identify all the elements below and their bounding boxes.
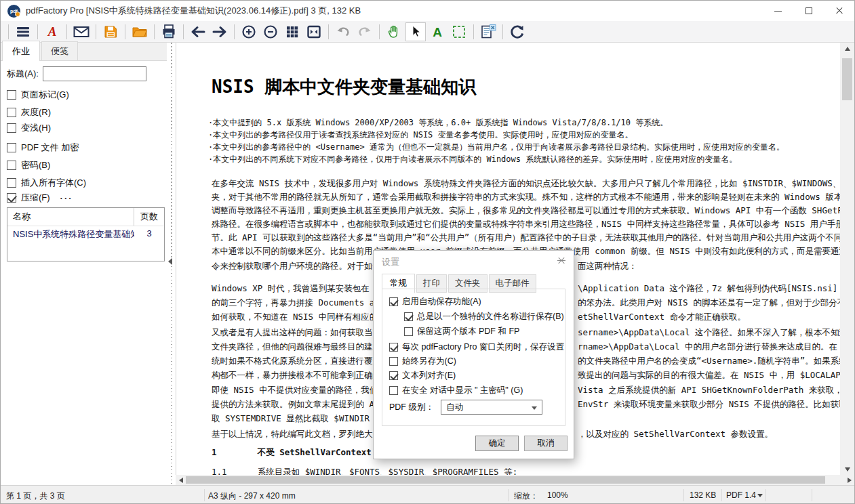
email-button[interactable] bbox=[71, 22, 92, 41]
checkbox-always-save-as[interactable]: 始终另存为(C) bbox=[389, 356, 456, 367]
checkbox-autosave[interactable]: 启用自动保存功能(A) bbox=[389, 296, 481, 308]
acrobat-button[interactable]: A bbox=[42, 22, 62, 41]
checkbox-page-marks[interactable]: 页面标记(G) bbox=[7, 89, 69, 101]
checkbox-password[interactable]: 密码(B) bbox=[7, 159, 50, 171]
hand-tool-button[interactable] bbox=[384, 22, 404, 41]
checkbox-grayscale[interactable]: 灰度(R) bbox=[7, 106, 51, 119]
scroll-down-button[interactable] bbox=[840, 463, 854, 475]
title-input[interactable] bbox=[43, 66, 146, 81]
toolbar-separator bbox=[8, 24, 9, 39]
checkbox-lighten[interactable]: 变浅(H) bbox=[7, 122, 51, 134]
doc-bullet: ·本文中列出的不同系统下对应不同参考路径，仅用于向读者展示不同版本的 Windo… bbox=[208, 154, 737, 165]
doc-bullet: ·本文中列出的参考路径仅用于读者查找系统路径对应的 NSIS 变量名参考使用。实… bbox=[208, 129, 633, 141]
zoom-in-button[interactable] bbox=[239, 22, 259, 41]
checkbox-label: 在安全 对话中显示 " 主密码" (G) bbox=[402, 385, 523, 396]
select-tool-button[interactable] bbox=[405, 22, 426, 41]
title-field-label: 标题(A): bbox=[7, 68, 39, 80]
pdf-version-dropdown-icon[interactable] bbox=[757, 494, 763, 497]
vertical-scrollbar[interactable] bbox=[840, 43, 854, 475]
window-title: pdfFactory Pro [NSIS中系统特殊路径变量基础知识(2023.0… bbox=[26, 5, 361, 17]
checkbox-keep-both-versions[interactable]: 保留这两个版本 PDF 和 FP bbox=[404, 326, 519, 337]
cursor-icon bbox=[407, 24, 424, 40]
sidebar: 作业 便笺 标题(A): 页面标记(G) 灰度(R) 变浅(H) PDF 文件 … bbox=[1, 43, 167, 485]
pdf-level-select[interactable]: 自动 bbox=[441, 400, 542, 415]
title-field-row: 标题(A): bbox=[7, 66, 146, 81]
checkbox-label: 文本列对齐(E) bbox=[402, 370, 456, 381]
vertical-scroll-thumb[interactable] bbox=[842, 58, 852, 100]
dialog-options-group: 启用自动保存功能(A) 总是以一个独特的文件名称进行保存(B) 保留这两个版本 … bbox=[382, 289, 565, 426]
forward-arrow-icon bbox=[211, 24, 228, 40]
job-list[interactable]: 名称 页数 NSIS中系统特殊路径变量基础知... 3 bbox=[7, 207, 165, 261]
minimize-button[interactable] bbox=[763, 1, 793, 21]
acrobat-icon: A bbox=[44, 24, 60, 40]
job-list-header: 名称 页数 bbox=[7, 208, 164, 226]
print-button[interactable] bbox=[159, 22, 179, 41]
redo-button[interactable] bbox=[355, 22, 375, 41]
checkbox-label: PDF 文件 加密 bbox=[21, 142, 79, 154]
checkbox-checked-icon bbox=[7, 193, 16, 203]
back-button[interactable] bbox=[188, 22, 208, 41]
zoom-label: 缩放： bbox=[514, 490, 538, 502]
zoom-value[interactable]: 100% bbox=[547, 490, 568, 500]
collapse-sidebar-icon[interactable] bbox=[168, 258, 172, 265]
tab-job[interactable]: 作业 bbox=[2, 41, 40, 61]
text-tool-icon: A bbox=[429, 24, 445, 40]
maximize-button[interactable] bbox=[793, 1, 824, 21]
dialog-close-button[interactable] bbox=[557, 257, 565, 265]
job-list-row[interactable]: NSIS中系统特殊路径变量基础知... 3 bbox=[7, 226, 164, 243]
ok-button[interactable]: 确定 bbox=[475, 436, 519, 451]
save-button[interactable] bbox=[100, 22, 121, 41]
menu-icon bbox=[15, 24, 31, 40]
checkbox-compress[interactable]: 压缩(F)··· bbox=[7, 192, 73, 204]
checkbox-label: 保留这两个版本 PDF 和 FP bbox=[417, 326, 519, 337]
pdf-version[interactable]: PDF 1.4 bbox=[726, 490, 756, 500]
fit-page-button[interactable] bbox=[304, 22, 324, 41]
hand-icon bbox=[386, 24, 402, 40]
checkbox-label: 总是以一个独特的文件名称进行保存(B) bbox=[417, 311, 564, 322]
fit-page-icon bbox=[306, 24, 322, 40]
menu-button[interactable] bbox=[13, 22, 33, 41]
snapshot-tool-button[interactable] bbox=[449, 22, 469, 41]
checkbox-embed-fonts[interactable]: 插入所有字体(C) bbox=[7, 177, 86, 189]
zoom-out-icon bbox=[262, 24, 279, 40]
checkbox-icon bbox=[7, 123, 16, 133]
scroll-up-button[interactable] bbox=[840, 43, 854, 54]
checkbox-label: 压缩(F) bbox=[21, 192, 50, 204]
statusbar-divider bbox=[765, 489, 766, 501]
checkbox-icon bbox=[7, 108, 16, 117]
checkbox-icon bbox=[404, 327, 413, 336]
horizontal-scroll-thumb[interactable] bbox=[186, 476, 825, 484]
delete-page-button[interactable] bbox=[478, 22, 498, 41]
doc-line: 夹，对于其他不常用的路径就无从所知了，通常会采用截取和拼接字符串的方式来实现。殊… bbox=[176, 192, 840, 205]
scroll-right-button[interactable] bbox=[844, 475, 854, 485]
forward-button[interactable] bbox=[210, 22, 230, 41]
undo-button[interactable] bbox=[333, 22, 353, 41]
open-button[interactable] bbox=[130, 22, 150, 41]
thumbnails-button[interactable] bbox=[282, 22, 302, 41]
zoom-out-button[interactable] bbox=[260, 22, 281, 41]
compress-more-button[interactable]: ··· bbox=[60, 193, 73, 203]
doc-bullet: ·本文中提到的 5.x 版系统 Windows 2000/XP/2003 等系统… bbox=[208, 117, 668, 129]
close-button[interactable] bbox=[824, 1, 854, 21]
cancel-button[interactable]: 取消 bbox=[524, 436, 568, 451]
doc-bullet: ·本文中列出的参考路径中的 <Username> 通常为（但也不一定就是）当前用… bbox=[208, 142, 784, 153]
scroll-left-button[interactable] bbox=[176, 475, 186, 485]
checkbox-save-settings-on-close[interactable]: 每次 pdfFactory Pro 窗口关闭时，保存设置 bbox=[389, 341, 564, 353]
save-icon bbox=[102, 24, 119, 40]
close-icon bbox=[835, 7, 843, 15]
horizontal-scrollbar[interactable] bbox=[176, 475, 854, 485]
checkbox-text-column-align[interactable]: 文本列对齐(E) bbox=[389, 370, 456, 381]
snapshot-icon bbox=[451, 24, 467, 40]
document-page[interactable]: NSIS 脚本中文件夹变量基础知识 ·本文中提到的 5.x 版系统 Window… bbox=[176, 43, 840, 475]
checkbox-pdf-encrypt[interactable]: PDF 文件 加密 bbox=[7, 142, 79, 154]
checkbox-show-master-password[interactable]: 在安全 对话中显示 " 主密码" (G) bbox=[389, 385, 523, 396]
chevron-up-icon bbox=[845, 47, 850, 51]
sidebar-splitter[interactable] bbox=[167, 43, 176, 485]
text-tool-button[interactable]: A bbox=[427, 22, 448, 41]
checkbox-checked-icon bbox=[389, 297, 398, 306]
page-indicator: 第 1 页，共 3 页 bbox=[6, 490, 65, 502]
checkbox-unique-name[interactable]: 总是以一个独特的文件名称进行保存(B) bbox=[404, 311, 564, 322]
refresh-button[interactable] bbox=[507, 22, 528, 41]
tab-notes[interactable]: 便笺 bbox=[41, 41, 78, 60]
column-name: 名称 bbox=[7, 208, 134, 226]
